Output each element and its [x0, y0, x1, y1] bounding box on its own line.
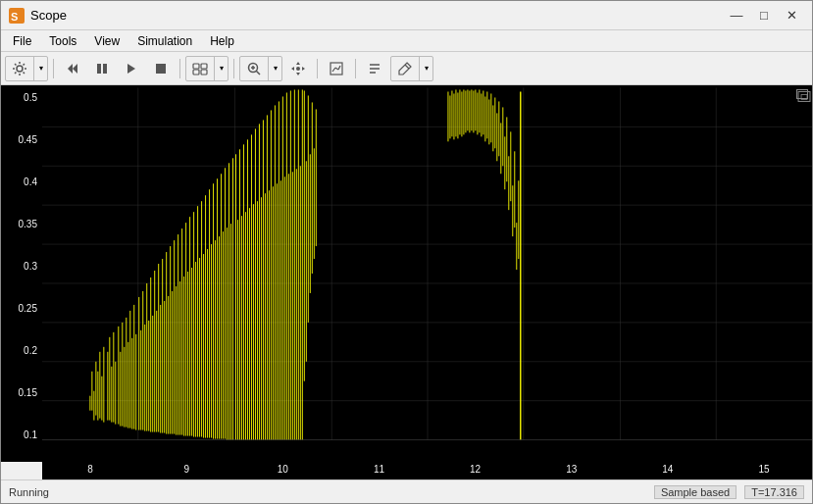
svg-marker-17	[296, 62, 300, 65]
svg-marker-7	[127, 64, 135, 74]
rewind-button[interactable]	[59, 56, 86, 81]
properties-button[interactable]	[361, 56, 388, 81]
svg-line-25	[338, 66, 340, 70]
y-tick-0.25: 0.25	[1, 304, 42, 314]
pan-button[interactable]	[284, 56, 312, 81]
svg-rect-8	[156, 64, 166, 74]
svg-rect-11	[193, 70, 199, 75]
zoom-in-button[interactable]	[240, 56, 268, 81]
x-tick-14: 14	[620, 462, 716, 479]
status-bar: Running Sample based T=17.316	[1, 479, 812, 503]
toolbar: ▾	[1, 52, 812, 85]
svg-line-23	[332, 68, 335, 72]
chart-area	[42, 85, 812, 462]
x-tick-10: 10	[234, 462, 330, 479]
minimize-button[interactable]: —	[724, 5, 749, 26]
scope-window: S Scope — □ ✕ File Tools View Simulation…	[0, 0, 813, 504]
status-right: Sample based T=17.316	[654, 485, 804, 499]
x-tick-13: 13	[524, 462, 620, 479]
highlight-button[interactable]	[391, 56, 419, 81]
y-tick-0.15: 0.15	[1, 388, 42, 398]
sep4	[317, 59, 318, 78]
sep1	[53, 59, 54, 78]
svg-rect-30	[42, 87, 812, 459]
svg-line-29	[405, 65, 409, 69]
y-tick-0.1: 0.1	[1, 430, 42, 440]
autoscale-button[interactable]	[323, 56, 350, 81]
sep3	[233, 59, 234, 78]
sep2	[179, 59, 180, 78]
sep5	[355, 59, 356, 78]
highlight-dropdown[interactable]: ▾	[419, 56, 432, 81]
menu-view[interactable]: View	[86, 33, 127, 49]
x-tick-9: 9	[138, 462, 234, 479]
svg-rect-9	[193, 64, 199, 69]
svg-text:S: S	[11, 11, 18, 23]
svg-rect-10	[201, 64, 207, 69]
x-tick-11: 11	[330, 462, 427, 479]
corner-resize[interactable]	[796, 89, 808, 99]
svg-point-2	[17, 66, 23, 72]
svg-point-21	[296, 67, 300, 71]
x-tick-15: 15	[716, 462, 812, 479]
status-running: Running	[9, 486, 49, 498]
pause-button[interactable]	[88, 56, 116, 81]
menu-tools[interactable]: Tools	[41, 33, 84, 49]
sample-based-badge: Sample based	[654, 485, 737, 499]
svg-marker-4	[73, 64, 77, 74]
settings-button[interactable]	[6, 56, 33, 81]
app-icon: S	[9, 8, 25, 24]
title-bar: S Scope — □ ✕	[1, 1, 812, 30]
y-tick-0.3: 0.3	[1, 262, 42, 272]
y-tick-0.35: 0.35	[1, 220, 42, 229]
maximize-button[interactable]: □	[751, 5, 777, 26]
y-axis: 0.5 0.45 0.4 0.35 0.3 0.25 0.2 0.15 0.1	[1, 85, 42, 462]
svg-rect-5	[97, 64, 101, 74]
time-badge: T=17.316	[744, 485, 804, 499]
menu-bar: File Tools View Simulation Help	[1, 30, 812, 52]
x-axis: 8 9 10 11 12 13 14 15	[42, 462, 812, 479]
play-button[interactable]	[118, 56, 145, 81]
svg-marker-20	[302, 67, 305, 71]
close-button[interactable]: ✕	[779, 5, 804, 26]
menu-file[interactable]: File	[5, 33, 39, 49]
cycle-dropdown[interactable]: ▾	[214, 56, 228, 81]
y-tick-0.2: 0.2	[1, 346, 42, 356]
x-tick-12: 12	[428, 462, 524, 479]
y-tick-0.5: 0.5	[1, 93, 42, 103]
y-tick-0.4: 0.4	[1, 177, 42, 187]
cycle-button[interactable]	[186, 56, 214, 81]
svg-marker-18	[296, 73, 300, 76]
window-title: Scope	[30, 8, 67, 23]
x-tick-8: 8	[42, 462, 138, 479]
y-tick-0.45: 0.45	[1, 135, 42, 145]
menu-help[interactable]: Help	[202, 33, 242, 49]
chart-svg	[42, 85, 812, 462]
svg-line-14	[256, 71, 260, 75]
svg-rect-6	[103, 64, 107, 74]
svg-marker-3	[68, 64, 73, 74]
menu-simulation[interactable]: Simulation	[129, 33, 200, 49]
plot-area: 0.5 0.45 0.4 0.35 0.3 0.25 0.2 0.15 0.1	[1, 85, 812, 462]
svg-rect-12	[201, 70, 207, 75]
settings-dropdown[interactable]: ▾	[33, 56, 47, 81]
svg-marker-19	[291, 67, 294, 71]
window-controls: — □ ✕	[724, 5, 804, 26]
stop-button[interactable]	[147, 56, 175, 81]
zoom-dropdown[interactable]: ▾	[268, 56, 281, 81]
